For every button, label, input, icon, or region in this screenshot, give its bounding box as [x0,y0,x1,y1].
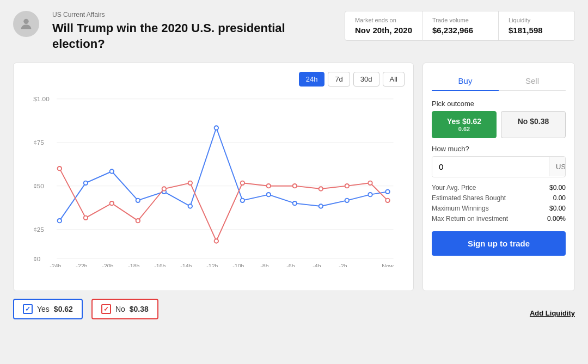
svg-text:-2h: -2h [339,263,347,267]
time-btn-30d[interactable]: 30d [353,72,379,87]
amount-input[interactable] [432,157,549,177]
svg-text:¢50: ¢50 [33,182,44,189]
no-chip: ✓ No $0.38 [91,299,158,319]
svg-text:-4h: -4h [313,263,321,267]
svg-text:-18h: -18h [128,263,139,267]
header-stats: Market ends on Nov 20th, 2020 Trade volu… [345,11,575,41]
svg-text:-12h: -12h [206,263,218,267]
svg-text:Now: Now [382,263,394,267]
chart-area: $1.00 ¢75 ¢50 ¢25 ¢0 [22,93,405,267]
stat-avg-price: Your Avg. Price $0.00 [432,184,566,192]
trade-panel: Buy Sell Pick outcome Yes $0.62 0.62 No … [422,63,575,291]
stat-max-return: Max Return on investment 0.00% [432,215,566,223]
svg-text:-14h: -14h [180,263,192,267]
svg-point-16 [188,204,192,208]
tab-buy[interactable]: Buy [432,72,499,91]
svg-point-32 [241,181,244,185]
svg-point-33 [267,184,271,188]
stat-avg-price-value: $0.00 [549,184,566,192]
pick-outcome-section: Pick outcome Yes $0.62 0.62 No $0.38 [432,100,566,138]
page: US Current Affairs Will Trump win the 20… [0,0,588,364]
svg-point-24 [385,190,389,194]
add-liquidity-link[interactable]: Add Liquidity [530,309,575,317]
svg-text:¢0: ¢0 [33,256,41,263]
stat-label-trade-volume: Trade volume [432,17,488,23]
stat-shares-bought: Estimated Shares Bought 0.00 [432,194,566,202]
svg-point-12 [84,181,88,185]
stat-market-ends: Market ends on Nov 20th, 2020 [345,11,422,41]
stat-avg-price-label: Your Avg. Price [432,184,476,192]
svg-point-22 [345,199,349,202]
no-chip-label: No [115,305,125,313]
svg-point-18 [241,199,244,202]
yes-sub: 0.62 [458,126,470,132]
svg-point-25 [58,166,62,170]
time-btn-all[interactable]: All [383,72,405,87]
stat-trade-volume: Trade volume $6,232,966 [422,11,499,41]
trade-tabs: Buy Sell [432,72,566,91]
svg-point-21 [319,204,323,208]
svg-point-35 [319,187,323,190]
stat-label-liquidity: Liquidity [509,17,565,23]
time-btn-7d[interactable]: 7d [328,72,350,87]
tab-sell[interactable]: Sell [499,72,566,90]
stat-label-market-ends: Market ends on [355,17,412,23]
svg-text:-8h: -8h [260,263,268,267]
question-title: Will Trump win the 2020 U.S. presidentia… [52,21,332,52]
footer-row: ✓ Yes $0.62 ✓ No $0.38 Add Liquidity [13,299,575,319]
svg-point-17 [215,126,218,129]
time-btn-24h[interactable]: 24h [299,72,325,87]
stat-winnings-label: Maximum Winnings [432,205,489,212]
avatar [13,11,39,37]
how-much-section: How much? USDC [432,145,566,177]
svg-text:-6h: -6h [286,263,295,267]
svg-point-30 [188,181,192,185]
no-chip-price: $0.38 [130,305,149,313]
svg-point-37 [368,181,372,185]
stat-return-label: Max Return on investment [432,215,508,223]
svg-point-0 [23,19,28,24]
stat-return-value: 0.00% [547,215,566,223]
svg-point-13 [110,169,114,173]
stat-winnings-value: $0.00 [549,205,566,212]
svg-point-28 [136,219,140,223]
pick-outcome-label: Pick outcome [432,100,566,108]
svg-point-23 [368,193,372,196]
yes-chip-price: $0.62 [54,305,73,313]
trade-stats-list: Your Avg. Price $0.00 Estimated Shares B… [432,184,566,223]
chart-panel: 24h 7d 30d All $1.00 ¢75 ¢50 ¢25 ¢0 [13,63,414,291]
stat-value-liquidity: $181,598 [509,26,565,35]
chart-toolbar: 24h 7d 30d All [22,72,405,87]
svg-text:-10h: -10h [232,263,244,267]
svg-text:¢25: ¢25 [33,226,44,233]
no-outcome-button[interactable]: No $0.38 [501,111,566,138]
svg-point-26 [84,216,88,220]
svg-text:-20h: -20h [102,263,113,267]
svg-point-31 [215,239,218,243]
svg-point-34 [293,184,297,188]
yes-chip: ✓ Yes $0.62 [13,299,83,319]
svg-text:-22h: -22h [76,263,87,267]
header: US Current Affairs Will Trump win the 20… [13,11,575,52]
stat-shares-value: 0.00 [553,194,566,202]
stat-value-market-ends: Nov 20th, 2020 [355,26,412,35]
svg-point-11 [58,219,62,223]
signup-button[interactable]: Sign up to trade [432,231,566,256]
no-label-price: No $0.38 [518,117,549,126]
svg-point-27 [110,201,114,205]
no-chip-check: ✓ [101,304,111,314]
svg-point-38 [385,199,389,202]
yes-chip-label: Yes [37,305,50,313]
svg-text:-24h: -24h [50,263,61,267]
outcome-buttons: Yes $0.62 0.62 No $0.38 [432,111,566,138]
svg-point-36 [345,184,349,188]
stat-shares-label: Estimated Shares Bought [432,194,506,202]
yes-label-price: Yes $0.62 [447,117,481,126]
amount-input-row: USDC [432,156,566,177]
header-info: US Current Affairs Will Trump win the 20… [52,11,332,52]
how-much-label: How much? [432,145,566,153]
yes-chip-check: ✓ [23,304,33,314]
yes-outcome-button[interactable]: Yes $0.62 0.62 [432,111,497,138]
svg-text:-16h: -16h [154,263,166,267]
svg-point-20 [293,201,297,205]
